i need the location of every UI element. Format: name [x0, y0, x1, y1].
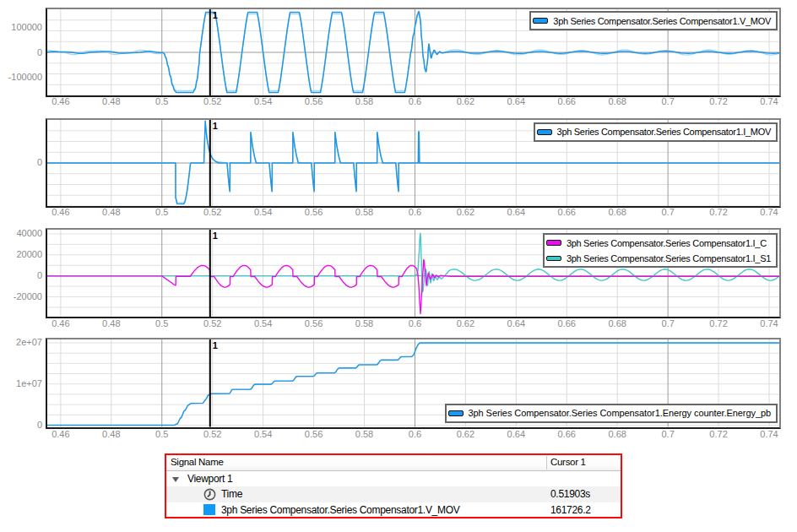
legend-panel-1[interactable]: 3ph Series Compensator.Series Compensato… — [529, 11, 778, 30]
x-tick-label: 0.54 — [245, 429, 282, 440]
y-tick-label: 0 — [0, 158, 42, 167]
legend-entry: 3ph Series Compensator.Series Compensato… — [537, 124, 771, 140]
legend-panel-4[interactable]: 3ph Series Compensator.Series Compensato… — [445, 404, 778, 423]
y-tick-label: -20000 — [0, 292, 42, 301]
col-header-signal-name[interactable]: Signal Name — [171, 457, 224, 467]
x-tick-label: 0.52 — [194, 207, 231, 218]
legend-swatch-icon — [533, 18, 548, 24]
legend-swatch-icon — [448, 410, 464, 416]
cursor-flag-2[interactable]: 1 — [213, 121, 218, 131]
x-tick-label: 0.5 — [144, 96, 181, 107]
legend-label: 3ph Series Compensator.Series Compensato… — [469, 408, 771, 418]
cursor-line[interactable] — [209, 230, 211, 317]
x-tick-label: 0.54 — [245, 207, 282, 218]
x-tick-label: 0.48 — [93, 207, 130, 218]
x-tick-label: 0.68 — [599, 96, 636, 107]
y-tick-label: 2e+07 — [0, 338, 42, 347]
cursor-flag-4[interactable]: 1 — [213, 340, 218, 350]
legend-label: 3ph Series Compensator.Series Compensato… — [553, 16, 771, 26]
x-tick-label: 0.54 — [245, 318, 282, 329]
legend-entry: 3ph Series Compensator.Series Compensato… — [448, 405, 771, 421]
x-tick-label: 0.66 — [548, 318, 585, 329]
x-tick-label: 0.58 — [346, 429, 383, 440]
x-tick-label: 0.6 — [396, 96, 433, 107]
x-tick-label: 0.52 — [194, 318, 231, 329]
y-tick-label: -100000 — [0, 73, 42, 82]
legend-panel-3[interactable]: 3ph Series Compensator.Series Compensato… — [543, 233, 778, 268]
table-row-signal[interactable]: 3ph Series Compensator.Series Compensato… — [166, 502, 621, 518]
y-tick-label: 0 — [0, 48, 42, 57]
x-tick-label: 0.72 — [700, 96, 737, 107]
x-tick-label: 0.68 — [599, 207, 636, 218]
x-tick-label: 0.66 — [548, 429, 585, 440]
signal-row-label: 3ph Series Compensator.Series Compensato… — [221, 504, 459, 516]
y-tick-label: 1e+07 — [0, 379, 42, 388]
x-tick-label: 0.6 — [396, 318, 433, 329]
y-tick-label: 40000 — [0, 229, 42, 238]
x-tick-label: 0.66 — [548, 207, 585, 218]
x-tick-label: 0.58 — [346, 318, 383, 329]
x-tick-label: 0.46 — [42, 96, 79, 107]
x-tick-label: 0.74 — [751, 429, 788, 440]
x-tick-label: 0.52 — [194, 96, 231, 107]
x-tick-label: 0.54 — [245, 96, 282, 107]
legend-swatch-icon — [546, 256, 561, 262]
cursor-flag-1[interactable]: 1 — [213, 10, 218, 20]
y-tick-label: 0 — [0, 271, 42, 280]
legend-entry: 3ph Series Compensator.Series Compensato… — [533, 13, 771, 29]
x-tick-label: 0.74 — [751, 96, 788, 107]
x-tick-label: 0.6 — [396, 207, 433, 218]
legend-swatch-icon — [537, 129, 552, 135]
x-tick-label: 0.74 — [751, 207, 788, 218]
x-tick-label: 0.66 — [548, 96, 585, 107]
x-tick-label: 0.72 — [700, 318, 737, 329]
x-tick-label: 0.68 — [599, 318, 636, 329]
x-tick-label: 0.56 — [295, 429, 333, 440]
table-row-viewport[interactable]: Viewport 1 — [166, 471, 621, 486]
collapse-triangle-icon[interactable] — [172, 477, 179, 482]
time-cursor-value: 0.51903s — [550, 488, 590, 500]
table-row-time[interactable]: Time 0.51903s — [166, 486, 621, 502]
x-tick-label: 0.62 — [447, 96, 484, 107]
legend-label: 3ph Series Compensator.Series Compensato… — [557, 127, 771, 137]
x-axis-labels-1: 0.460.480.50.520.540.560.580.60.620.640.… — [0, 96, 797, 108]
x-axis-labels-3: 0.460.480.50.520.540.560.580.60.620.640.… — [0, 318, 797, 330]
clock-icon — [203, 488, 216, 501]
cursor-line[interactable] — [209, 339, 211, 427]
x-tick-label: 0.62 — [447, 207, 484, 218]
signal-color-swatch — [203, 504, 215, 516]
legend-label: 3ph Series Compensator.Series Compensato… — [567, 253, 771, 263]
signal-cursor-value: 161726.2 — [550, 504, 591, 516]
x-tick-label: 0.56 — [295, 96, 333, 107]
col-header-cursor1[interactable]: Cursor 1 — [550, 457, 586, 467]
x-tick-label: 0.58 — [346, 96, 383, 107]
x-tick-label: 0.48 — [93, 96, 130, 107]
x-tick-label: 0.5 — [144, 429, 181, 440]
x-tick-label: 0.56 — [295, 207, 333, 218]
x-tick-label: 0.72 — [700, 429, 737, 440]
cursor-line[interactable] — [209, 9, 211, 95]
x-tick-label: 0.52 — [194, 429, 231, 440]
x-tick-label: 0.7 — [649, 96, 686, 107]
cursor-flag-3[interactable]: 1 — [213, 231, 218, 241]
x-tick-label: 0.46 — [42, 429, 79, 440]
legend-entry: 3ph Series Compensator.Series Compensato… — [546, 251, 771, 267]
x-tick-label: 0.5 — [144, 318, 181, 329]
x-tick-label: 0.7 — [649, 207, 686, 218]
viewport-label: Viewport 1 — [187, 473, 232, 485]
x-tick-label: 0.62 — [447, 318, 484, 329]
legend-swatch-icon — [546, 240, 561, 246]
x-tick-label: 0.64 — [497, 429, 534, 440]
scope-window: {"chart_data":{"type":"line","title":"",… — [0, 0, 797, 532]
x-tick-label: 0.5 — [144, 207, 181, 218]
x-axis-labels-2: 0.460.480.50.520.540.560.580.60.620.640.… — [0, 207, 797, 219]
legend-panel-2[interactable]: 3ph Series Compensator.Series Compensato… — [534, 122, 778, 142]
cursor-line[interactable] — [209, 120, 211, 206]
legend-entry: 3ph Series Compensator.Series Compensato… — [546, 235, 771, 251]
x-tick-label: 0.46 — [42, 318, 79, 329]
column-separator[interactable] — [546, 456, 547, 470]
y-tick-label: 100000 — [0, 23, 42, 32]
x-tick-label: 0.64 — [497, 318, 534, 329]
cursor-data-table[interactable]: Signal Name Cursor 1 Viewport 1 Time 0.5… — [165, 453, 622, 518]
x-tick-label: 0.62 — [447, 429, 484, 440]
